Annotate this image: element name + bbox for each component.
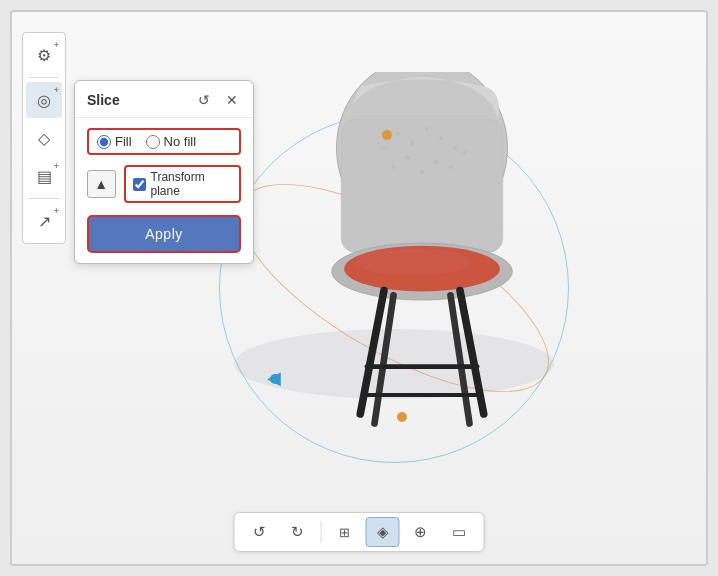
reset-icon: ↺: [198, 92, 210, 108]
main-window: ◀: [10, 10, 708, 566]
axis-dot-blue: [270, 374, 280, 384]
svg-point-22: [463, 151, 467, 155]
frame-icon: ▭: [452, 523, 466, 541]
export-icon: ↗: [38, 212, 51, 231]
toolbar-btn-export[interactable]: ↗ +: [26, 203, 62, 239]
chair-model: [242, 32, 602, 492]
slice-header-icons: ↺ ✕: [193, 89, 243, 111]
plus-badge: +: [54, 40, 59, 50]
plus-badge-4: +: [54, 206, 59, 216]
svg-point-14: [425, 127, 429, 131]
toolbar-divider-2: [29, 198, 59, 199]
apply-button[interactable]: Apply: [87, 215, 241, 253]
toolbar-btn-layers[interactable]: ▤ +: [26, 158, 62, 194]
svg-point-16: [453, 146, 457, 150]
undo-icon: ↺: [253, 523, 266, 541]
target-icon: ⊕: [414, 523, 427, 541]
svg-point-13: [411, 141, 415, 145]
svg-point-19: [420, 170, 424, 174]
no-fill-radio-label: No fill: [164, 134, 197, 149]
redo-icon: ↻: [291, 523, 304, 541]
slice-panel-title: Slice: [87, 92, 120, 108]
svg-point-18: [406, 156, 410, 160]
bottom-divider-1: [321, 521, 322, 543]
fill-radio-row: Fill No fill: [87, 128, 241, 155]
redo-btn[interactable]: ↻: [281, 517, 315, 547]
frame-btn[interactable]: ▭: [442, 517, 476, 547]
toolbar-btn-settings[interactable]: ⚙ +: [26, 37, 62, 73]
slice-icon: ◎: [37, 91, 51, 110]
svg-point-15: [439, 137, 443, 141]
bottom-toolbar: ↺ ↻ ⊞ ◈ ⊕ ▭: [234, 512, 485, 552]
target-btn[interactable]: ⊕: [404, 517, 438, 547]
settings2-btn[interactable]: ⊞: [328, 517, 362, 547]
transform-row: ▲ Transform plane: [87, 165, 241, 203]
undo-btn[interactable]: ↺: [243, 517, 277, 547]
transform-plane-label: Transform plane: [151, 170, 232, 198]
transform-plane-checkbox[interactable]: [133, 178, 146, 191]
svg-point-4: [356, 249, 470, 276]
svg-point-21: [449, 165, 453, 169]
fill-radio-input[interactable]: [97, 135, 111, 149]
chair-svg: [272, 72, 572, 452]
left-toolbar: ⚙ + ◎ + ◇ ▤ + ↗ +: [22, 32, 66, 244]
slice-panel-body: Fill No fill ▲ Transform plane Apply: [75, 118, 253, 263]
fill-radio-option[interactable]: Fill: [97, 134, 132, 149]
cube-icon: ◈: [377, 523, 389, 541]
toolbar-divider-1: [29, 77, 59, 78]
close-icon: ✕: [226, 92, 238, 108]
layers-icon: ▤: [37, 167, 52, 186]
sliders-icon: ⊞: [339, 525, 350, 540]
svg-point-12: [396, 132, 400, 136]
plus-badge-3: +: [54, 161, 59, 171]
flip-arrow-btn[interactable]: ▲: [87, 170, 116, 198]
cube-btn[interactable]: ◈: [366, 517, 400, 547]
settings-icon: ⚙: [37, 46, 51, 65]
slice-panel: Slice ↺ ✕ Fill No fill: [74, 80, 254, 264]
geometry-icon: ◇: [38, 129, 50, 148]
svg-point-17: [392, 165, 396, 169]
toolbar-btn-geometry[interactable]: ◇: [26, 120, 62, 156]
axis-dot-orange-bottom: [397, 412, 407, 422]
svg-point-11: [382, 146, 386, 150]
fill-radio-label: Fill: [115, 134, 132, 149]
flip-icon: ▲: [94, 176, 108, 192]
slice-reset-btn[interactable]: ↺: [193, 89, 215, 111]
plus-badge-2: +: [54, 85, 59, 95]
no-fill-radio-option[interactable]: No fill: [146, 134, 197, 149]
transform-plane-area: Transform plane: [124, 165, 241, 203]
svg-point-20: [434, 160, 438, 164]
no-fill-radio-input[interactable]: [146, 135, 160, 149]
slice-close-btn[interactable]: ✕: [221, 89, 243, 111]
slice-panel-header: Slice ↺ ✕: [75, 81, 253, 118]
toolbar-btn-slice[interactable]: ◎ +: [26, 82, 62, 118]
svg-rect-1: [341, 120, 503, 253]
axis-dot-orange-top: [382, 130, 392, 140]
